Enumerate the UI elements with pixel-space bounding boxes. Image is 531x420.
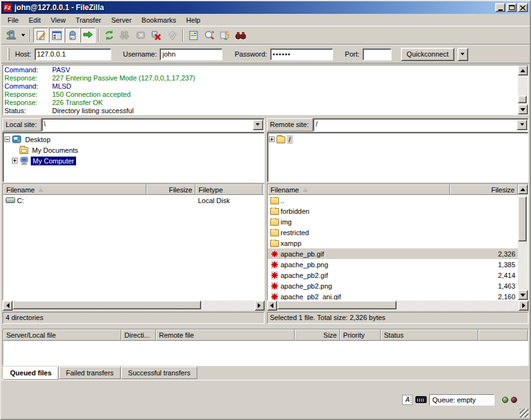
scrollbar-thumb[interactable]	[518, 196, 527, 241]
scrollbar-thumb[interactable]	[277, 301, 397, 309]
resize-grip[interactable]	[520, 409, 528, 417]
maximize-button[interactable]	[506, 3, 517, 12]
tab-successful-transfers[interactable]: Successful transfers	[121, 367, 197, 379]
tree-item-desktop[interactable]: Desktop	[4, 134, 263, 145]
scroll-left-button[interactable]	[267, 301, 277, 311]
tree-item-my-computer[interactable]: My Computer	[4, 155, 263, 166]
file-row[interactable]: apache_pb2.png 1,463	[268, 280, 518, 291]
find-files-button[interactable]	[233, 28, 248, 43]
site-manager-button[interactable]	[4, 28, 19, 43]
password-input[interactable]	[270, 48, 333, 60]
column-header-filename[interactable]: Filename	[3, 184, 146, 195]
column-header-priority[interactable]: Priority	[340, 329, 381, 341]
scroll-left-button[interactable]	[3, 301, 13, 311]
file-row[interactable]: xampp	[268, 238, 518, 248]
file-row[interactable]: ..	[268, 195, 518, 206]
remote-site-value: /	[314, 119, 516, 131]
directory-listing-filters-button[interactable]	[186, 28, 201, 43]
file-row[interactable]: apache_pb2_ani.gif 2,160	[268, 291, 518, 300]
tree-item-my-documents[interactable]: My Documents	[4, 145, 263, 155]
column-header-direction[interactable]: Directi...	[121, 329, 156, 341]
scrollbar-thumb[interactable]	[13, 301, 201, 309]
menu-file[interactable]: File	[3, 15, 24, 25]
documents-folder-icon	[19, 147, 28, 154]
quickconnect-button[interactable]: Quickconnect	[401, 48, 454, 61]
scrollbar-thumb[interactable]	[518, 96, 527, 103]
file-row[interactable]: forbidden	[268, 206, 518, 216]
file-row[interactable]: img	[268, 216, 518, 227]
port-input[interactable]	[363, 48, 391, 60]
menu-view[interactable]: View	[46, 15, 71, 25]
refresh-button[interactable]	[102, 28, 117, 43]
file-row[interactable]: apache_pb2.gif 2,414	[268, 270, 518, 280]
local-horizontal-scrollbar[interactable]	[3, 301, 265, 311]
disconnect-button[interactable]	[149, 28, 164, 43]
remote-file-list[interactable]: .. forbidden img	[268, 195, 518, 300]
window-title: john@127.0.0.1 - FileZilla	[14, 3, 493, 12]
column-header-filename[interactable]: Filename	[268, 184, 451, 195]
message-log[interactable]: Command:PASV Response:227 Entering Passi…	[3, 65, 528, 115]
column-header-filesize[interactable]: Filesize	[450, 184, 518, 195]
collapse-icon[interactable]	[4, 136, 10, 142]
expand-icon[interactable]	[12, 158, 18, 163]
tree-item-label: My Documents	[30, 146, 80, 155]
expand-icon[interactable]	[269, 136, 275, 142]
local-site-dropdown[interactable]	[253, 119, 263, 130]
column-header-filetype[interactable]: Filetype	[195, 184, 263, 195]
scroll-down-button[interactable]	[518, 104, 528, 114]
scroll-up-button[interactable]	[518, 184, 528, 194]
tab-failed-transfers[interactable]: Failed transfers	[59, 367, 121, 379]
column-header-size[interactable]: Size	[295, 329, 340, 341]
local-directory-tree[interactable]: Desktop My Documents My Computer	[3, 132, 265, 182]
scroll-right-button[interactable]	[518, 301, 528, 311]
remote-horizontal-scrollbar[interactable]	[267, 301, 529, 311]
scroll-down-button[interactable]	[518, 290, 528, 300]
file-row-c-drive[interactable]: C: Local Disk	[3, 195, 264, 206]
title-bar[interactable]: Fz john@127.0.0.1 - FileZilla	[1, 1, 530, 14]
local-site-combobox[interactable]: \	[41, 118, 265, 131]
file-row[interactable]: apache_pb.png 1,385	[268, 259, 518, 270]
reconnect-button[interactable]	[165, 28, 180, 43]
tree-item-root[interactable]: /	[269, 134, 527, 145]
column-header-server-local-file[interactable]: Server/Local file	[3, 329, 121, 341]
remote-directory-tree[interactable]: /	[267, 132, 529, 182]
file-row-selected[interactable]: apache_pb.gif 2,326	[268, 248, 518, 259]
column-header-lastmodified[interactable]: L	[263, 184, 265, 195]
local-file-list[interactable]: C: Local Disk	[3, 195, 264, 300]
toggle-message-log-button[interactable]	[33, 28, 48, 43]
toggle-local-tree-button[interactable]	[49, 28, 64, 43]
minimize-button[interactable]	[495, 3, 505, 12]
remote-vertical-scrollbar[interactable]	[518, 184, 528, 300]
toolbar	[1, 26, 530, 45]
cancel-operation-button[interactable]	[133, 28, 148, 43]
scroll-right-button[interactable]	[255, 301, 265, 311]
file-row[interactable]: restricted	[268, 227, 518, 238]
quickconnect-dropdown[interactable]	[457, 48, 468, 61]
column-header-status[interactable]: Status	[381, 329, 478, 341]
remote-site-combobox[interactable]: /	[313, 118, 528, 131]
column-header-remote-file[interactable]: Remote file	[156, 329, 295, 341]
menu-edit[interactable]: Edit	[24, 15, 46, 25]
data-type-ascii-icon[interactable]: A	[402, 395, 413, 405]
toggle-transfer-queue-button[interactable]	[80, 28, 96, 43]
remote-site-dropdown[interactable]	[517, 119, 527, 130]
tab-queued-files[interactable]: Queued files	[3, 367, 58, 380]
synchronized-browsing-button[interactable]	[217, 28, 233, 43]
directory-comparison-button[interactable]	[202, 28, 217, 43]
host-input[interactable]	[35, 48, 111, 60]
speed-limits-icon[interactable]	[415, 396, 427, 403]
scroll-up-button[interactable]	[518, 65, 528, 75]
menu-bookmarks[interactable]: Bookmarks	[136, 15, 181, 25]
site-manager-dropdown[interactable]	[19, 28, 27, 43]
column-header-filesize[interactable]: Filesize	[146, 184, 195, 195]
queue-list[interactable]	[3, 341, 528, 365]
username-input[interactable]	[160, 48, 222, 60]
menu-help[interactable]: Help	[181, 15, 205, 25]
process-queue-button[interactable]	[118, 28, 133, 43]
password-label: Password:	[234, 50, 266, 58]
close-button[interactable]	[518, 3, 528, 12]
menu-server[interactable]: Server	[106, 15, 136, 25]
menu-transfer[interactable]: Transfer	[70, 15, 106, 25]
log-vertical-scrollbar[interactable]	[518, 65, 528, 114]
toggle-remote-tree-button[interactable]	[65, 28, 80, 43]
